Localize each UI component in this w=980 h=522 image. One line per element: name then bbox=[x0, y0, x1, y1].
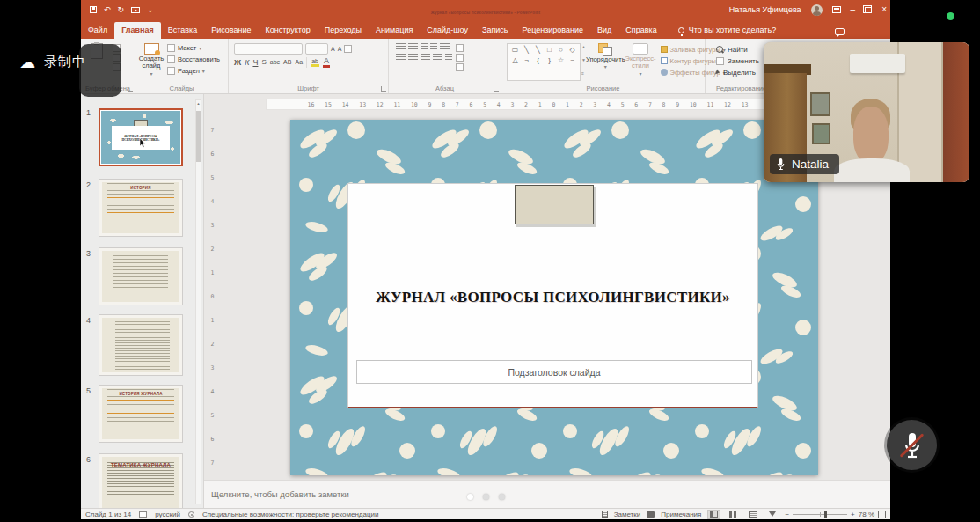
pagination-dot[interactable] bbox=[483, 494, 489, 500]
tab-home[interactable]: Главная bbox=[114, 22, 161, 39]
font-size-input[interactable] bbox=[305, 43, 328, 55]
reset-button[interactable]: Восстановить bbox=[167, 54, 220, 65]
notes-placeholder[interactable]: Щелкните, чтобы добавить заметки bbox=[211, 489, 349, 499]
scroll-up-icon[interactable]: ▲ bbox=[196, 101, 201, 106]
pagination-dots[interactable] bbox=[467, 494, 505, 500]
bullets-icon[interactable] bbox=[396, 43, 406, 51]
restore-button[interactable] bbox=[865, 7, 872, 13]
tab-view[interactable]: Вид bbox=[590, 22, 618, 39]
shape-icon[interactable]: ▭ bbox=[509, 45, 521, 55]
font-dialog-launcher-icon[interactable] bbox=[381, 86, 386, 92]
mute-microphone-button[interactable] bbox=[887, 420, 937, 470]
thumbnail-scrollbar[interactable]: ▲ bbox=[195, 99, 201, 504]
shape-icon[interactable]: ¬ bbox=[521, 55, 532, 66]
numbering-icon[interactable] bbox=[408, 43, 418, 51]
tab-draw[interactable]: Рисование bbox=[204, 22, 258, 39]
slide-thumbnail-2[interactable]: ИСТОРИЯ bbox=[99, 179, 183, 237]
strikethrough-button[interactable]: S bbox=[261, 57, 266, 68]
align-center-icon[interactable] bbox=[408, 54, 418, 62]
fit-to-window-icon[interactable] bbox=[878, 511, 886, 518]
align-left-icon[interactable] bbox=[396, 54, 406, 62]
slide-thumbnail-5[interactable]: ИСТОРИЯ ЖУРНАЛА bbox=[99, 385, 183, 443]
tell-me-box[interactable]: Что вы хотите сделать? bbox=[678, 26, 777, 39]
shape-icon[interactable]: ☆ bbox=[555, 55, 567, 66]
shape-icon[interactable]: △ bbox=[509, 55, 521, 66]
ribbon-display-options-icon[interactable] bbox=[832, 6, 841, 13]
arrange-button[interactable]: Упорядочить ▾ bbox=[586, 42, 625, 81]
comments-toggle[interactable]: Примечания bbox=[661, 511, 701, 518]
tab-animations[interactable]: Анимация bbox=[369, 22, 420, 39]
bold-button[interactable]: Ж bbox=[234, 57, 241, 68]
zoom-level[interactable]: 78 % bbox=[859, 511, 874, 518]
shapes-gallery[interactable]: ▭ ╲ ╲ □ ○ ◇ △ ¬ { } ☆ ~ bbox=[507, 43, 581, 81]
text-shadow-button[interactable]: abc bbox=[270, 57, 280, 68]
slide-canvas[interactable]: ЖУРНАЛ «ВОПРОСЫ ПСИХОЛИНГВИСТИКИ» Подзаг… bbox=[290, 120, 818, 475]
zoom-in-button[interactable]: + bbox=[851, 511, 855, 518]
shape-icon[interactable]: ○ bbox=[555, 45, 567, 55]
pagination-dot-active[interactable] bbox=[467, 494, 473, 500]
shape-icon[interactable]: } bbox=[544, 55, 555, 66]
align-text-icon[interactable] bbox=[456, 54, 464, 62]
character-spacing-button[interactable]: АВ bbox=[283, 57, 291, 68]
underline-button[interactable]: Ч bbox=[252, 57, 258, 68]
slide-deco-box[interactable] bbox=[515, 185, 594, 224]
paragraph-dialog-launcher-icon[interactable] bbox=[494, 86, 499, 92]
comments-icon[interactable] bbox=[835, 28, 845, 35]
view-slideshow-button[interactable] bbox=[765, 510, 779, 519]
new-slide-button[interactable]: Создать слайд ▾ bbox=[135, 42, 167, 81]
zoom-slider-thumb[interactable] bbox=[824, 511, 827, 518]
slide-thumbnail-6[interactable]: ТЕМАТИКА ЖУРНАЛА bbox=[99, 453, 183, 508]
account-user-name[interactable]: Наталья Уфимцева bbox=[729, 5, 801, 14]
tab-file[interactable]: Файл bbox=[81, 22, 114, 39]
shape-icon[interactable]: ◇ bbox=[567, 45, 578, 55]
view-normal-button[interactable] bbox=[707, 510, 720, 519]
close-button[interactable]: × bbox=[881, 5, 887, 14]
change-case-button[interactable]: Аа bbox=[295, 57, 303, 68]
account-avatar[interactable] bbox=[811, 4, 823, 16]
shape-icon[interactable]: ╲ bbox=[532, 45, 544, 55]
save-icon[interactable] bbox=[90, 6, 97, 13]
scrollbar-thumb[interactable] bbox=[196, 111, 201, 162]
spellcheck-icon[interactable] bbox=[139, 511, 147, 518]
webcam-video[interactable]: Natalia bbox=[764, 42, 969, 182]
slide-subtitle-placeholder[interactable]: Подзаголовок слайда bbox=[356, 360, 752, 384]
italic-button[interactable]: К bbox=[245, 57, 249, 68]
quick-styles-button[interactable]: Экспресс-стили ▾ bbox=[625, 42, 656, 81]
decrease-indent-icon[interactable] bbox=[421, 43, 428, 51]
minimize-button[interactable]: – bbox=[851, 5, 856, 14]
slide-thumbnail-3[interactable] bbox=[99, 247, 183, 305]
slide-thumbnail-panel[interactable]: 1 ЖУРНАЛ «ВОПРОСЫ ПСИХОЛИНГВИСТИКИ» 2 ИС… bbox=[81, 94, 204, 508]
tab-help[interactable]: Справка bbox=[618, 22, 663, 39]
highlight-color-button[interactable]: ab bbox=[311, 58, 319, 67]
shape-icon[interactable]: □ bbox=[544, 45, 555, 55]
tab-insert[interactable]: Вставка bbox=[161, 22, 204, 39]
columns-icon[interactable] bbox=[445, 54, 452, 62]
tab-record[interactable]: Запись bbox=[475, 22, 516, 39]
section-button[interactable]: Раздел ▾ bbox=[167, 65, 220, 77]
clear-formatting-icon[interactable] bbox=[344, 45, 352, 53]
redo-icon[interactable]: ↻ bbox=[118, 6, 125, 14]
text-direction-icon[interactable] bbox=[456, 44, 464, 52]
customize-quick-access-icon[interactable]: ⌄ bbox=[147, 6, 154, 14]
slide-thumbnail-1[interactable]: ЖУРНАЛ «ВОПРОСЫ ПСИХОЛИНГВИСТИКИ» bbox=[99, 108, 183, 166]
slide-thumbnail-4[interactable] bbox=[99, 314, 183, 376]
tab-slideshow[interactable]: Слайд-шоу bbox=[420, 22, 475, 39]
start-slideshow-icon[interactable] bbox=[131, 7, 140, 13]
view-reading-button[interactable] bbox=[746, 510, 759, 519]
zoom-out-button[interactable]: − bbox=[785, 511, 789, 518]
line-spacing-icon[interactable] bbox=[440, 43, 450, 51]
tab-review[interactable]: Рецензирование bbox=[516, 22, 591, 39]
shrink-font-button[interactable]: А bbox=[338, 44, 342, 55]
slide-title[interactable]: ЖУРНАЛ «ВОПРОСЫ ПСИХОЛИНГВИСТИКИ» bbox=[347, 289, 758, 306]
zoom-slider[interactable] bbox=[793, 514, 847, 515]
increase-indent-icon[interactable] bbox=[430, 43, 437, 51]
pagination-dot[interactable] bbox=[499, 494, 505, 500]
clipboard-dialog-launcher-icon[interactable] bbox=[128, 86, 133, 92]
layout-button[interactable]: Макет ▾ bbox=[167, 42, 220, 54]
font-color-button[interactable]: А bbox=[323, 57, 330, 68]
view-slide-sorter-button[interactable] bbox=[727, 510, 740, 519]
font-name-input[interactable] bbox=[234, 43, 303, 55]
language-indicator[interactable]: русский bbox=[155, 511, 180, 518]
shape-icon[interactable]: ~ bbox=[567, 55, 578, 66]
shape-icon[interactable]: { bbox=[532, 55, 544, 66]
